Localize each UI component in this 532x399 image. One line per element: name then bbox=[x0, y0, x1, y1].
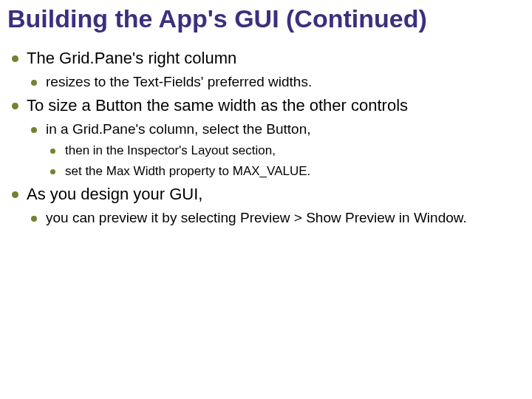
slide-title: Building the App's GUI (Continued) bbox=[7, 4, 519, 33]
bullet-text: then in the Inspector's Layout section, bbox=[65, 143, 276, 157]
list-item: you can preview it by selecting Preview … bbox=[27, 210, 519, 226]
bullet-text: in a Grid.Pane's column, select the Butt… bbox=[46, 121, 311, 137]
list-item: then in the Inspector's Layout section, bbox=[46, 143, 519, 158]
bullet-text: you can preview it by selecting Preview … bbox=[46, 210, 467, 225]
bullet-text: set the Max Width property to MAX_VALUE. bbox=[65, 164, 310, 178]
sub-list: then in the Inspector's Layout section, … bbox=[46, 143, 519, 179]
list-item: To size a Button the same width as the o… bbox=[7, 96, 519, 179]
list-item: As you design your GUI, you can preview … bbox=[7, 185, 519, 226]
bullet-text: To size a Button the same width as the o… bbox=[27, 96, 408, 115]
sub-list: resizes to the Text-Fields' preferred wi… bbox=[27, 74, 519, 90]
bullet-text: As you design your GUI, bbox=[27, 185, 202, 203]
bullet-text: resizes to the Text-Fields' preferred wi… bbox=[46, 74, 312, 89]
list-item: set the Max Width property to MAX_VALUE. bbox=[46, 164, 519, 179]
sub-list: in a Grid.Pane's column, select the Butt… bbox=[27, 121, 519, 179]
list-item: resizes to the Text-Fields' preferred wi… bbox=[27, 74, 519, 90]
bullet-text: The Grid.Pane's right column bbox=[27, 49, 236, 67]
list-item: The Grid.Pane's right column resizes to … bbox=[7, 49, 519, 90]
sub-list: you can preview it by selecting Preview … bbox=[27, 210, 519, 226]
list-item: in a Grid.Pane's column, select the Butt… bbox=[27, 121, 519, 179]
slide: Building the App's GUI (Continued) The G… bbox=[0, 0, 532, 399]
bullet-list: The Grid.Pane's right column resizes to … bbox=[7, 49, 519, 226]
